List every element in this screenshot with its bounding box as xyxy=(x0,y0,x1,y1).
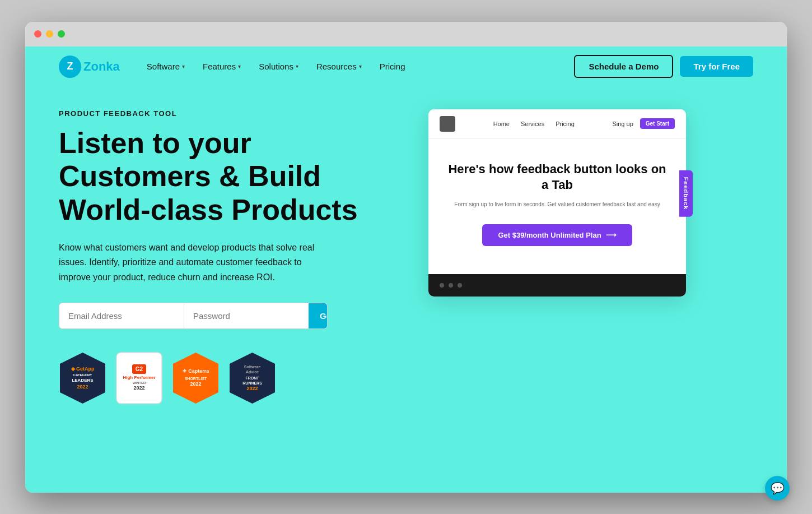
hero-right: Home Services Pricing Sing up Get Start … xyxy=(428,109,686,297)
logo[interactable]: Z Zonka xyxy=(59,55,120,78)
schedule-demo-button[interactable]: Schedule a Demo xyxy=(574,55,673,78)
mockup-content: Here's how feedback button looks on a Ta… xyxy=(428,139,686,274)
browser-content: Z Zonka Software ▾ Features ▾ xyxy=(25,47,787,493)
mockup-nav-right: Sing up Get Start xyxy=(612,118,675,129)
g2-badge: G2 High Performer WINTER 2022 xyxy=(115,351,163,405)
mockup-logo-box xyxy=(440,116,455,132)
mockup-navbar: Home Services Pricing Sing up Get Start xyxy=(428,109,686,139)
signup-form: Get Started xyxy=(59,303,328,329)
navbar: Z Zonka Software ▾ Features ▾ xyxy=(25,47,787,87)
chevron-down-icon: ▾ xyxy=(182,63,185,70)
maximize-button[interactable] xyxy=(58,30,65,38)
mockup-cta-button[interactable]: Get $39/month Unlimited Plan ⟶ xyxy=(482,224,632,246)
logo-letter: Z xyxy=(67,61,73,72)
nav-item-features[interactable]: Features ▾ xyxy=(196,57,248,76)
mockup-subtitle: Form sign up to live form in seconds. Ge… xyxy=(445,200,669,209)
mockup-footer xyxy=(428,274,686,297)
feedback-tab-wrapper: Feedback xyxy=(679,170,693,217)
dot-3 xyxy=(458,283,462,288)
logo-text: Zonka xyxy=(83,59,120,74)
feedback-tab[interactable]: Feedback xyxy=(679,170,693,217)
nav-items: Software ▾ Features ▾ Solutions ▾ Resour… xyxy=(140,57,412,76)
nav-item-resources[interactable]: Resources ▾ xyxy=(310,57,368,76)
close-button[interactable] xyxy=(34,30,41,38)
hero-description: Know what customers want and develop pro… xyxy=(59,240,328,285)
chevron-down-icon: ▾ xyxy=(238,63,241,70)
mockup-title: Here's how feedback button looks on a Ta… xyxy=(445,161,669,193)
badges-row: ◆ GetApp CATEGORY LEADERS 2022 G2 xyxy=(59,351,395,405)
nav-item-software[interactable]: Software ▾ xyxy=(140,57,192,76)
browser-titlebar xyxy=(25,22,787,47)
mockup-browser: Home Services Pricing Sing up Get Start … xyxy=(428,109,686,297)
capterra-badge: ✈ Capterra SHORTLIST 2022 xyxy=(172,351,220,405)
dot-1 xyxy=(440,283,444,288)
mockup-sign-up: Sing up xyxy=(612,121,633,127)
browser-window: Z Zonka Software ▾ Features ▾ xyxy=(25,22,787,493)
get-started-button[interactable]: Get Started xyxy=(309,303,328,328)
mockup-nav-home: Home xyxy=(493,121,510,127)
hero-title: Listen to your Customers & Build World-c… xyxy=(59,127,395,227)
chat-icon: 💬 xyxy=(771,481,785,493)
mockup-nav-services: Services xyxy=(521,121,544,127)
email-input[interactable] xyxy=(59,303,184,328)
hero-eyebrow: PRODUCT FEEDBACK TOOL xyxy=(59,109,395,118)
navbar-left: Z Zonka Software ▾ Features ▾ xyxy=(59,55,412,78)
mockup-get-start-button[interactable]: Get Start xyxy=(640,118,675,129)
chevron-down-icon: ▾ xyxy=(359,63,362,70)
minimize-button[interactable] xyxy=(46,30,53,38)
mockup-nav-links: Home Services Pricing xyxy=(493,121,575,127)
hero-left: PRODUCT FEEDBACK TOOL Listen to your Cus… xyxy=(59,109,395,405)
mockup-wrapper: Home Services Pricing Sing up Get Start … xyxy=(428,109,686,297)
software-advice-badge: Software Advice FRONT RUNNERS 2022 xyxy=(228,351,276,405)
getapp-badge: ◆ GetApp CATEGORY LEADERS 2022 xyxy=(59,351,106,405)
hero-section: PRODUCT FEEDBACK TOOL Listen to your Cus… xyxy=(25,87,787,493)
arrow-icon: ⟶ xyxy=(606,231,617,239)
try-for-free-button[interactable]: Try for Free xyxy=(680,56,753,77)
nav-item-solutions[interactable]: Solutions ▾ xyxy=(252,57,305,76)
chevron-down-icon: ▾ xyxy=(296,63,298,70)
nav-item-pricing[interactable]: Pricing xyxy=(373,57,412,76)
navbar-right: Schedule a Demo Try for Free xyxy=(574,55,753,78)
dot-2 xyxy=(449,283,453,288)
password-input[interactable] xyxy=(184,303,309,328)
logo-icon: Z xyxy=(59,55,81,78)
mockup-nav-pricing: Pricing xyxy=(556,121,575,127)
